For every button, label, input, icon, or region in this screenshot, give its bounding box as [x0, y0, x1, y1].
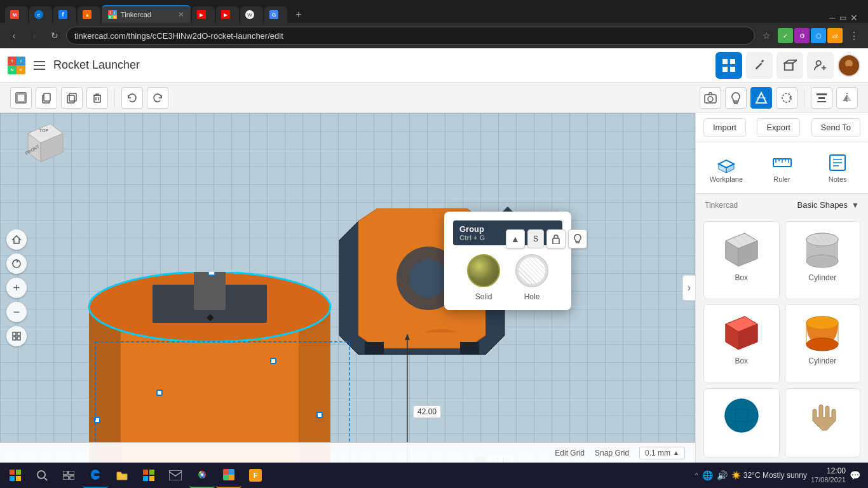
maximize-btn[interactable]: ▭	[839, 13, 846, 22]
tab-tinkercad[interactable]: T I N K Tinkercad ✕	[102, 5, 191, 23]
home-btn[interactable]	[6, 229, 27, 250]
tab-new[interactable]: +	[290, 6, 308, 23]
ext-icon-4[interactable]: 🏎	[827, 28, 843, 43]
expand-sidebar-btn[interactable]: ›	[682, 275, 695, 301]
camera-btn[interactable]	[700, 87, 721, 109]
start-btn[interactable]	[3, 463, 28, 488]
tab-yt1[interactable]: ▶	[192, 6, 215, 23]
close-btn[interactable]: ✕	[850, 13, 858, 23]
tab-yt2[interactable]: ▶	[216, 6, 239, 23]
settings-btn[interactable]: ⋮	[845, 27, 863, 44]
hammer-btn[interactable]	[746, 52, 773, 79]
taskbar-store[interactable]	[136, 463, 161, 488]
user-avatar[interactable]	[837, 54, 860, 77]
taskbar-explorer[interactable]	[109, 463, 135, 488]
taskbar-search[interactable]	[29, 463, 55, 488]
add-user-btn[interactable]	[807, 52, 834, 79]
group-action-btn[interactable]: S	[527, 229, 544, 248]
zoom-in-btn[interactable]: +	[6, 278, 27, 298]
view-cube[interactable]: TOP FRONT	[15, 121, 72, 172]
shapes-category-label: Basic Shapes	[797, 200, 848, 210]
taskbar-chrome[interactable]	[189, 463, 215, 488]
ext-icon-3[interactable]: ⬡	[811, 28, 826, 43]
tab-edge[interactable]: e	[29, 6, 52, 23]
ruler-btn[interactable]: Ruler	[757, 147, 808, 188]
solid-option[interactable]: Solid	[467, 254, 500, 301]
grid-view-btn[interactable]	[715, 52, 742, 79]
refresh-btn[interactable]: ↻	[46, 27, 64, 44]
svg-rect-119	[69, 471, 74, 475]
shape-box-red[interactable]: Box	[703, 304, 780, 383]
taskbar-weather[interactable]: ☀️ 32°C Mostly sunny	[731, 471, 807, 480]
shape-cylinder-orange[interactable]: Cylinder	[785, 304, 861, 383]
app-header: T I N K Rocket Launcher	[0, 48, 868, 83]
import-btn[interactable]: Import	[703, 118, 746, 137]
tab-facebook[interactable]: f	[53, 6, 76, 23]
box-btn[interactable]	[776, 52, 803, 79]
tab-wiki[interactable]: W	[240, 6, 263, 23]
star-btn[interactable]: ☆	[757, 27, 775, 44]
ext-icon-2[interactable]: ⚙	[794, 28, 810, 43]
tab-gmail[interactable]: M	[5, 6, 28, 23]
svg-rect-122	[143, 470, 148, 475]
notes-btn[interactable]: Notes	[812, 147, 863, 188]
shape-select-btn[interactable]	[750, 87, 772, 109]
copy-btn[interactable]	[36, 87, 57, 109]
rotate-btn[interactable]	[776, 87, 797, 109]
forward-btn[interactable]: ›	[25, 27, 43, 44]
delete-btn[interactable]	[86, 87, 108, 109]
svg-rect-0	[34, 61, 45, 62]
notification-btn[interactable]: 💬	[850, 470, 860, 480]
tab-google[interactable]: G	[264, 6, 287, 23]
duplicate-btn[interactable]	[61, 87, 83, 109]
task-view-btn[interactable]	[56, 463, 81, 488]
address-bar[interactable]: tinkercad.com/things/cCE3HiNw2dO-rocket-…	[66, 27, 755, 44]
tab-close-btn[interactable]: ✕	[178, 10, 184, 19]
network-icon[interactable]: 🌐	[702, 470, 713, 480]
ext-icon-1[interactable]: ✓	[778, 28, 793, 43]
zoom-out-btn[interactable]: −	[6, 302, 27, 322]
popup-up-btn[interactable]: ▲	[506, 229, 525, 248]
back-btn[interactable]: ‹	[5, 27, 23, 44]
tray-arrow[interactable]: ^	[695, 471, 698, 479]
shapes-dropdown[interactable]: Basic Shapes ▼	[797, 200, 859, 210]
taskbar-orange-app[interactable]: F	[243, 463, 268, 488]
speaker-icon[interactable]: 🔊	[717, 470, 728, 480]
svg-rect-31	[818, 97, 825, 99]
notes-icon	[827, 152, 848, 173]
light-btn[interactable]	[568, 229, 587, 248]
tinkercad-logo[interactable]: T I N K	[8, 57, 25, 74]
taskbar-clock[interactable]: 12:00 17/08/2021	[811, 466, 846, 484]
menu-icon[interactable]	[32, 58, 47, 73]
redo-btn[interactable]	[147, 87, 168, 109]
minimize-btn[interactable]: ─	[829, 13, 836, 23]
mirror-btn[interactable]	[836, 87, 858, 109]
taskbar-mail[interactable]	[163, 463, 188, 488]
taskbar-tinkercad[interactable]	[216, 463, 241, 488]
workplane-btn[interactable]: Workplane	[701, 147, 752, 188]
tab-100f[interactable]: 🔥	[78, 6, 100, 23]
hand-icon	[800, 395, 844, 437]
hole-label: Hole	[524, 292, 540, 301]
lightbulb-btn[interactable]	[725, 87, 747, 109]
lock-btn[interactable]	[546, 229, 566, 248]
shape-sphere[interactable]	[703, 388, 780, 458]
shape-cylinder-gray[interactable]: Cylinder	[785, 221, 861, 299]
svg-marker-34	[843, 95, 847, 101]
undo-btn[interactable]	[121, 87, 143, 109]
svg-rect-57	[208, 272, 215, 275]
edit-grid-label[interactable]: Edit Grid	[555, 449, 585, 458]
snap-value[interactable]: 0.1 mm ▲	[639, 447, 685, 459]
align-btn[interactable]	[811, 87, 832, 109]
shape-box-gray[interactable]: Box	[703, 221, 780, 299]
rotate-view-btn[interactable]	[6, 254, 27, 274]
taskbar-edge[interactable]	[83, 463, 108, 488]
fit-view-btn[interactable]	[6, 326, 27, 346]
canvas[interactable]: TOP FRONT +	[0, 113, 695, 463]
shape-hand[interactable]	[785, 388, 861, 458]
svg-rect-3	[722, 59, 728, 64]
send-to-btn[interactable]: Send To	[811, 118, 860, 137]
hole-option[interactable]: Hole	[515, 254, 548, 301]
export-btn[interactable]: Export	[757, 118, 800, 137]
new-object-btn[interactable]	[10, 87, 32, 109]
